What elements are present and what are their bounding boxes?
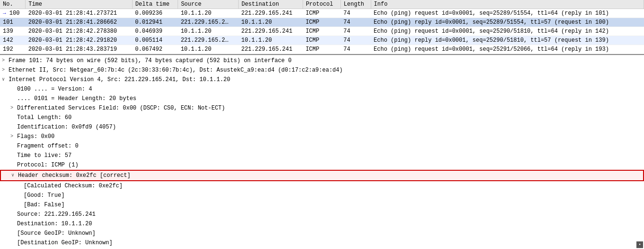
cell-src: 10.1.1.20	[178, 9, 239, 18]
table-row[interactable]: → 1002020-03-01 21:28:41.2737210.0092361…	[0, 9, 644, 18]
cell-dst: 221.229.165.241	[238, 45, 303, 54]
expand-icon[interactable]: >	[2, 56, 9, 64]
packet-list-table: No. Time Delta time Source Destination P…	[0, 0, 644, 54]
expand-icon[interactable]: ∨	[11, 171, 18, 179]
detail-text: Flags: 0x00	[17, 132, 642, 141]
detail-text: Header checksum: 0xe2fc [correct]	[18, 171, 641, 180]
cell-time: 2020-03-01 21:28:42.278380	[26, 27, 133, 36]
cell-no: → 100	[0, 9, 26, 18]
detail-text: Differentiated Services Field: 0x00 (DSC…	[17, 104, 642, 112]
detail-text: [Source GeoIP: Unknown]	[17, 229, 642, 238]
expand-icon[interactable]: >	[10, 132, 17, 140]
cell-info: Echo (ping) request id=0x0001, seq=25291…	[371, 45, 644, 54]
detail-row-ttl[interactable]: Time to live: 57	[0, 151, 644, 160]
expand-icon[interactable]: ∨	[2, 75, 9, 83]
detail-text: Source: 221.229.165.241	[17, 210, 642, 219]
detail-text: Identification: 0x0fd9 (4057)	[17, 123, 642, 131]
detail-row-total-len[interactable]: Total Length: 60	[0, 113, 644, 122]
col-source: Source	[178, 0, 239, 9]
detail-row-hdr-len[interactable]: .... 0101 = Header Length: 20 bytes	[0, 94, 644, 103]
expand-icon[interactable]: >	[2, 66, 9, 74]
detail-row-ethernet[interactable]: >Ethernet II, Src: Netgear_60:7b:4c (2c:…	[0, 65, 644, 75]
cell-proto: ICMP	[303, 27, 340, 36]
detail-row-dst-geo[interactable]: [Destination GeoIP: Unknown]	[0, 238, 644, 248]
cell-info: Echo (ping) request id=0x0001, seq=25289…	[371, 9, 644, 18]
col-length: Length	[340, 0, 371, 9]
table-header-row: No. Time Delta time Source Destination P…	[0, 0, 644, 9]
cell-info: Echo (ping) reply id=0x0001, seq=25289/5…	[371, 18, 644, 27]
cell-delta: 0.046939	[132, 27, 178, 36]
expand-icon	[10, 94, 17, 95]
expand-icon	[10, 210, 17, 211]
expand-icon	[10, 151, 17, 152]
cell-delta: 0.067492	[132, 45, 178, 54]
cell-len: 74	[340, 18, 371, 27]
table-row[interactable]: 1392020-03-01 21:28:42.2783800.04693910.…	[0, 27, 644, 36]
cell-src: 10.1.1.20	[178, 27, 239, 36]
detail-row-proto[interactable]: Protocol: ICMP (1)	[0, 160, 644, 170]
detail-row-dst-ip[interactable]: Destination: 10.1.1.20	[0, 219, 644, 229]
cell-dst: 10.1.1.20	[238, 18, 303, 27]
detail-row-dscp[interactable]: >Differentiated Services Field: 0x00 (DS…	[0, 103, 644, 113]
table-row[interactable]: 1922020-03-01 21:28:43.2837190.06749210.…	[0, 45, 644, 54]
detail-text: [Bad: False]	[24, 201, 642, 209]
detail-row-bad[interactable]: [Bad: False]	[0, 200, 644, 210]
cell-delta: 0.005114	[132, 36, 178, 45]
detail-row-ident[interactable]: Identification: 0x0fd9 (4057)	[0, 122, 644, 132]
detail-row-good[interactable]: [Good: True]	[0, 191, 644, 200]
detail-text: [Destination GeoIP: Unknown]	[17, 239, 642, 247]
expand-icon[interactable]: >	[10, 104, 17, 111]
detail-row-src-ip[interactable]: Source: 221.229.165.241	[0, 210, 644, 219]
cell-proto: ICMP	[303, 18, 340, 27]
detail-row-frag[interactable]: Fragment offset: 0	[0, 141, 644, 151]
cell-len: 74	[340, 45, 371, 54]
cell-dst: 221.229.165.241	[238, 27, 303, 36]
detail-row-frame[interactable]: >Frame 101: 74 bytes on wire (592 bits),…	[0, 56, 644, 65]
detail-row-version[interactable]: 0100 .... = Version: 4	[0, 84, 644, 94]
detail-row-flags[interactable]: >Flags: 0x00	[0, 132, 644, 141]
cell-proto: ICMP	[303, 45, 340, 54]
expand-icon	[10, 85, 17, 85]
col-destination: Destination	[238, 0, 303, 9]
cell-no: 139	[0, 27, 26, 36]
detail-text: Destination: 10.1.1.20	[17, 220, 642, 228]
cell-info: Echo (ping) reply id=0x0001, seq=25290/5…	[371, 36, 644, 45]
expand-icon	[10, 142, 17, 142]
expand-icon	[10, 123, 17, 123]
cell-proto: ICMP	[303, 9, 340, 18]
detail-text: Time to live: 57	[17, 151, 642, 160]
detail-row-src-geo[interactable]: [Source GeoIP: Unknown]	[0, 229, 644, 238]
cell-delta: 0.009236	[132, 9, 178, 18]
expand-icon	[10, 161, 17, 161]
table-row[interactable]: 1012020-03-01 21:28:41.2866620.012941221…	[0, 18, 644, 27]
detail-row-ipv4[interactable]: ∨Internet Protocol Version 4, Src: 221.2…	[0, 75, 644, 84]
cell-no: 101	[0, 18, 26, 27]
col-time: Time	[26, 0, 133, 9]
cell-src: 10.1.1.20	[178, 45, 239, 54]
cell-src: 221.229.165.2…	[178, 36, 239, 45]
detail-row-calc-checksum[interactable]: [Calculated Checksum: 0xe2fc]	[0, 181, 644, 191]
cell-time: 2020-03-01 21:28:43.283719	[26, 45, 133, 54]
cell-dst: 221.229.165.241	[238, 9, 303, 18]
expand-icon	[10, 113, 17, 114]
cell-info: Echo (ping) request id=0x0001, seq=25290…	[371, 27, 644, 36]
cell-src: 221.229.165.2…	[178, 18, 239, 27]
detail-text: [Good: True]	[24, 191, 642, 200]
detail-text: Frame 101: 74 bytes on wire (592 bits), …	[9, 56, 642, 65]
expand-icon	[17, 182, 24, 182]
table-row[interactable]: 1422020-03-01 21:28:42.2918200.005114221…	[0, 36, 644, 45]
cell-proto: ICMP	[303, 36, 340, 45]
detail-text: [Calculated Checksum: 0xe2fc]	[24, 182, 642, 190]
col-protocol: Protocol	[303, 0, 340, 9]
cell-len: 74	[340, 9, 371, 18]
cell-time: 2020-03-01 21:28:42.291820	[26, 36, 133, 45]
detail-text: Total Length: 60	[17, 113, 642, 122]
detail-text: Fragment offset: 0	[17, 142, 642, 150]
col-info: Info	[371, 0, 644, 9]
corner-indicator: ▪	[636, 241, 643, 248]
cell-no: 192	[0, 45, 26, 54]
cell-time: 2020-03-01 21:28:41.273721	[26, 9, 133, 18]
expand-icon	[17, 191, 24, 192]
detail-row-checksum[interactable]: ∨Header checksum: 0xe2fc [correct]	[0, 170, 644, 181]
detail-text: .... 0101 = Header Length: 20 bytes	[17, 94, 642, 103]
